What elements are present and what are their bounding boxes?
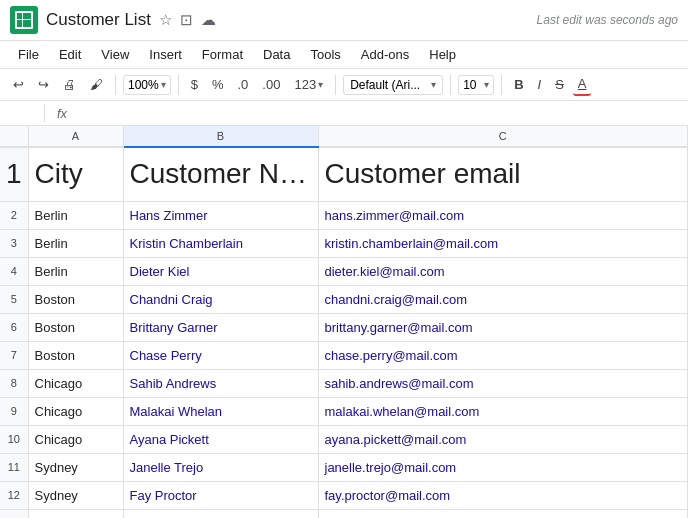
row-num-7: 7 bbox=[0, 341, 28, 369]
row-num-5: 5 bbox=[0, 285, 28, 313]
header-row-1: 1 City Customer Name Customer email bbox=[0, 147, 688, 201]
toolbar: ↩ ↪ 🖨 🖌 100% ▾ $ % .0 .00 123 ▾ Default … bbox=[0, 69, 688, 101]
city-10[interactable]: Chicago bbox=[28, 425, 123, 453]
data-row-2: 2 Berlin Hans Zimmer hans.zimmer@mail.co… bbox=[0, 201, 688, 229]
row-num-3: 3 bbox=[0, 229, 28, 257]
toolbar-divider-5 bbox=[501, 75, 502, 95]
city-2[interactable]: Berlin bbox=[28, 201, 123, 229]
row-num-11: 11 bbox=[0, 453, 28, 481]
name-3[interactable]: Kristin Chamberlain bbox=[123, 229, 318, 257]
last-edit-text: Last edit was seconds ago bbox=[537, 13, 678, 27]
font-chevron: ▾ bbox=[431, 79, 436, 90]
app-icon bbox=[10, 6, 38, 34]
menu-addons[interactable]: Add-ons bbox=[353, 43, 417, 66]
data-row-13: 13 Sydney Carmel Dolan carmel.dolan@mail… bbox=[0, 509, 688, 518]
city-12[interactable]: Sydney bbox=[28, 481, 123, 509]
paint-format-button[interactable]: 🖌 bbox=[85, 74, 108, 95]
decimal00-button[interactable]: .00 bbox=[257, 74, 285, 95]
menu-edit[interactable]: Edit bbox=[51, 43, 89, 66]
data-row-8: 8 Chicago Sahib Andrews sahib.andrews@ma… bbox=[0, 369, 688, 397]
row-num-4: 4 bbox=[0, 257, 28, 285]
strikethrough-button[interactable]: S bbox=[550, 74, 569, 95]
document-title: Customer List bbox=[46, 10, 151, 30]
underline-button[interactable]: A bbox=[573, 73, 592, 96]
decimal0-button[interactable]: .0 bbox=[233, 74, 254, 95]
name-4[interactable]: Dieter Kiel bbox=[123, 257, 318, 285]
row-num-9: 9 bbox=[0, 397, 28, 425]
email-9[interactable]: malakai.whelan@mail.com bbox=[318, 397, 688, 425]
zoom-chevron: ▾ bbox=[161, 79, 166, 90]
name-2[interactable]: Hans Zimmer bbox=[123, 201, 318, 229]
city-13[interactable]: Sydney bbox=[28, 509, 123, 518]
name-5[interactable]: Chandni Craig bbox=[123, 285, 318, 313]
email-8[interactable]: sahib.andrews@mail.com bbox=[318, 369, 688, 397]
menu-file[interactable]: File bbox=[10, 43, 47, 66]
menu-insert[interactable]: Insert bbox=[141, 43, 190, 66]
data-row-7: 7 Boston Chase Perry chase.perry@mail.co… bbox=[0, 341, 688, 369]
font-select[interactable]: Default (Ari... ▾ bbox=[343, 75, 443, 95]
data-row-12: 12 Sydney Fay Proctor fay.proctor@mail.c… bbox=[0, 481, 688, 509]
more-formats-button[interactable]: 123 ▾ bbox=[289, 74, 328, 95]
font-name: Default (Ari... bbox=[350, 78, 420, 92]
zoom-select[interactable]: 100% ▾ bbox=[123, 75, 171, 95]
row-num-8: 8 bbox=[0, 369, 28, 397]
name-9[interactable]: Malakai Whelan bbox=[123, 397, 318, 425]
name-10[interactable]: Ayana Pickett bbox=[123, 425, 318, 453]
email-11[interactable]: janelle.trejo@mail.com bbox=[318, 453, 688, 481]
name-12[interactable]: Fay Proctor bbox=[123, 481, 318, 509]
data-row-11: 11 Sydney Janelle Trejo janelle.trejo@ma… bbox=[0, 453, 688, 481]
email-10[interactable]: ayana.pickett@mail.com bbox=[318, 425, 688, 453]
col-header-b[interactable]: B bbox=[123, 126, 318, 147]
print-button[interactable]: 🖨 bbox=[58, 74, 81, 95]
redo-button[interactable]: ↪ bbox=[33, 74, 54, 95]
email-3[interactable]: kristin.chamberlain@mail.com bbox=[318, 229, 688, 257]
folder-icon[interactable]: ⊡ bbox=[180, 11, 193, 29]
city-5[interactable]: Boston bbox=[28, 285, 123, 313]
email-2[interactable]: hans.zimmer@mail.com bbox=[318, 201, 688, 229]
star-icon[interactable]: ☆ bbox=[159, 11, 172, 29]
row-num-13: 13 bbox=[0, 509, 28, 518]
city-11[interactable]: Sydney bbox=[28, 453, 123, 481]
menu-data[interactable]: Data bbox=[255, 43, 298, 66]
city-3[interactable]: Berlin bbox=[28, 229, 123, 257]
city-8[interactable]: Chicago bbox=[28, 369, 123, 397]
name-7[interactable]: Chase Perry bbox=[123, 341, 318, 369]
menu-tools[interactable]: Tools bbox=[302, 43, 348, 66]
email-7[interactable]: chase.perry@mail.com bbox=[318, 341, 688, 369]
percent-button[interactable]: % bbox=[207, 74, 229, 95]
formula-bar: fx bbox=[0, 101, 688, 126]
font-size-select[interactable]: 10 ▾ bbox=[458, 75, 494, 95]
name-11[interactable]: Janelle Trejo bbox=[123, 453, 318, 481]
city-7[interactable]: Boston bbox=[28, 341, 123, 369]
city-9[interactable]: Chicago bbox=[28, 397, 123, 425]
data-row-9: 9 Chicago Malakai Whelan malakai.whelan@… bbox=[0, 397, 688, 425]
email-6[interactable]: brittany.garner@mail.com bbox=[318, 313, 688, 341]
menu-format[interactable]: Format bbox=[194, 43, 251, 66]
email-4[interactable]: dieter.kiel@mail.com bbox=[318, 257, 688, 285]
name-8[interactable]: Sahib Andrews bbox=[123, 369, 318, 397]
formula-input[interactable] bbox=[79, 106, 680, 121]
email-13[interactable]: carmel.dolan@mail.com bbox=[318, 509, 688, 518]
undo-button[interactable]: ↩ bbox=[8, 74, 29, 95]
email-5[interactable]: chandni.craig@mail.com bbox=[318, 285, 688, 313]
city-6[interactable]: Boston bbox=[28, 313, 123, 341]
spreadsheet: A B C 1 City Customer Name Customer emai… bbox=[0, 126, 688, 518]
email-12[interactable]: fay.proctor@mail.com bbox=[318, 481, 688, 509]
cloud-icon[interactable]: ☁ bbox=[201, 11, 216, 29]
header-customer-email[interactable]: Customer email bbox=[318, 147, 688, 201]
menu-help[interactable]: Help bbox=[421, 43, 464, 66]
font-size-chevron: ▾ bbox=[484, 79, 489, 90]
header-city[interactable]: City bbox=[28, 147, 123, 201]
currency-button[interactable]: $ bbox=[186, 74, 203, 95]
col-header-c[interactable]: C bbox=[318, 126, 688, 147]
city-4[interactable]: Berlin bbox=[28, 257, 123, 285]
menu-view[interactable]: View bbox=[93, 43, 137, 66]
bold-button[interactable]: B bbox=[509, 74, 528, 95]
name-6[interactable]: Brittany Garner bbox=[123, 313, 318, 341]
sheet-table: A B C 1 City Customer Name Customer emai… bbox=[0, 126, 688, 518]
header-customer-name[interactable]: Customer Name bbox=[123, 147, 318, 201]
name-13[interactable]: Carmel Dolan bbox=[123, 509, 318, 518]
col-header-a[interactable]: A bbox=[28, 126, 123, 147]
italic-button[interactable]: I bbox=[533, 74, 547, 95]
data-row-6: 6 Boston Brittany Garner brittany.garner… bbox=[0, 313, 688, 341]
